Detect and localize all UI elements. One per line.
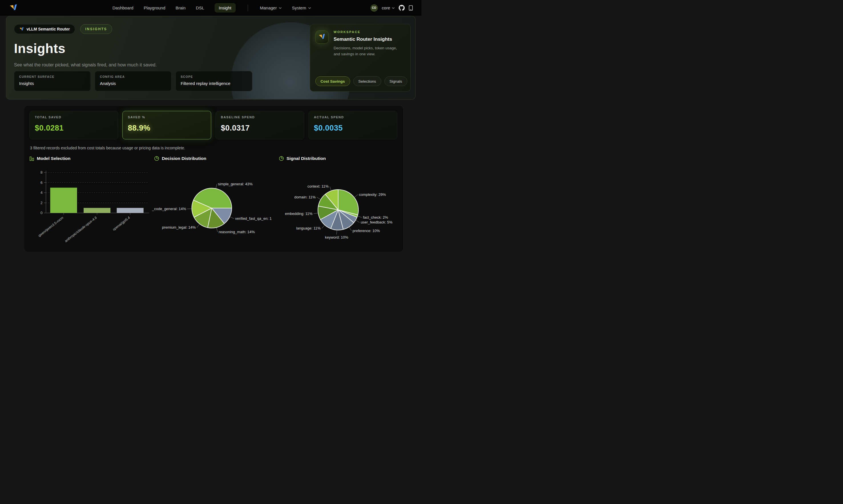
chevron-down-icon — [308, 7, 311, 9]
stat-card-baseline-spend: BASELINE SPEND $0.0317 — [216, 111, 304, 139]
svg-text:openai/gpt5.4: openai/gpt5.4 — [112, 216, 131, 232]
chart-header-model-selection: Model Selection — [29, 156, 70, 161]
chart-header-decision-distribution: Decision Distribution — [154, 156, 206, 161]
info-card-value: Filtered replay intelligence — [180, 81, 247, 86]
info-card-config-area: CONFIG AREA Analysis — [95, 71, 172, 91]
pie-label-premium_legal: premium_legal: 14% — [162, 225, 196, 230]
stat-cards: TOTAL SAVED $0.0281 SAVED % 88.9% BASELI… — [29, 111, 397, 139]
info-card-scope: SCOPE Filtered replay intelligence — [175, 71, 252, 91]
stat-card-actual-spend: ACTUAL SPEND $0.0035 — [309, 111, 397, 139]
nav-menu-manager-label: Manager — [260, 5, 277, 10]
github-icon[interactable] — [399, 5, 405, 11]
pie-label-language: language: 11% — [296, 226, 321, 230]
pie-label-context: context: 11% — [307, 184, 329, 188]
nav-menu-system-label: System — [292, 5, 306, 10]
pie-label-preference: preference: 10% — [353, 229, 380, 233]
info-card-label: SCOPE — [180, 75, 247, 78]
workspace-text: WORKSPACE Semantic Router Insights Decis… — [333, 30, 405, 57]
stat-label: ACTUAL SPEND — [314, 115, 392, 119]
svg-text:8: 8 — [40, 170, 42, 175]
model-selection-bar-chart[interactable]: 02468qwen/qwen3.5-rocmanthropic/claude-o… — [30, 164, 153, 252]
chart-title: Model Selection — [37, 156, 70, 161]
workspace-eyebrow: WORKSPACE — [333, 30, 405, 34]
pie-chart-icon — [279, 156, 284, 161]
nav-right-cluster: CO core — [371, 4, 413, 12]
bar-qwen/qwen3.5-rocm[interactable] — [50, 187, 77, 213]
nav-link-dashboard[interactable]: Dashboard — [113, 5, 133, 10]
bar-chart-icon — [29, 156, 34, 161]
workspace-logo-icon — [315, 31, 328, 43]
nav-divider — [248, 4, 248, 12]
nav-link-brain[interactable]: Brain — [175, 5, 186, 10]
top-nav: Dashboard Playground Brain DSL Insight M… — [0, 0, 422, 16]
stat-card-saved-pct: SAVED % 88.9% — [122, 111, 211, 139]
app-badge-label: vLLM Semantic Router — [27, 27, 70, 31]
pie-label-keyword: keyword: 10% — [325, 235, 348, 239]
stat-card-total-saved: TOTAL SAVED $0.0281 — [29, 111, 118, 139]
nav-links: Dashboard Playground Brain DSL Insight M… — [113, 3, 311, 13]
nav-link-dsl[interactable]: DSL — [196, 5, 204, 10]
insights-panel: TOTAL SAVED $0.0281 SAVED % 88.9% BASELI… — [24, 106, 403, 252]
svg-text:4: 4 — [40, 191, 42, 195]
pie-label-_code_general: _code_general: 14% — [152, 207, 186, 211]
svg-text:anthropic/claude-opus-4.6: anthropic/claude-opus-4.6 — [64, 216, 98, 243]
nav-menu-system[interactable]: System — [292, 5, 311, 10]
chart-title: Decision Distribution — [162, 156, 206, 161]
svg-text:qwen/qwen3.5-rocm: qwen/qwen3.5-rocm — [37, 216, 64, 238]
nav-menu-manager[interactable]: Manager — [260, 5, 282, 10]
info-card-label: CONFIG AREA — [100, 75, 166, 78]
account-switcher[interactable]: core — [382, 5, 395, 10]
nav-link-insight[interactable]: Insight — [214, 3, 236, 13]
account-avatar[interactable]: CO — [371, 4, 378, 12]
app-badge[interactable]: vLLM Semantic Router — [14, 24, 75, 34]
info-card-label: CURRENT SURFACE — [19, 75, 86, 78]
pie-label-reasoning_math: reasoning_math: 14% — [219, 230, 255, 234]
chart-title: Signal Distribution — [287, 156, 326, 161]
pie-label-user_feedback: user_feedback: 5% — [361, 220, 393, 224]
info-card-value: Analysis — [100, 81, 166, 86]
pie-label-simple_general: simple_general: 43% — [218, 182, 253, 186]
workspace-card: WORKSPACE Semantic Router Insights Decis… — [310, 24, 411, 91]
bar-anthropic/claude-opus-4.6[interactable] — [84, 208, 110, 213]
stat-label: BASELINE SPEND — [221, 115, 299, 119]
hero-section: vLLM Semantic Router INSIGHTS Insights S… — [6, 16, 415, 100]
svg-text:0: 0 — [40, 211, 42, 215]
stat-value: $0.0317 — [221, 124, 299, 132]
chart-header-signal-distribution: Signal Distribution — [279, 156, 326, 161]
info-card-value: Insights — [19, 81, 86, 86]
device-icon[interactable] — [409, 5, 413, 11]
workspace-title: Semantic Router Insights — [333, 36, 405, 42]
pill-signals[interactable]: Signals — [384, 76, 407, 86]
bar-openai/gpt5.4[interactable] — [117, 208, 143, 213]
svg-text:6: 6 — [40, 180, 42, 185]
workspace-description: Decisions, model picks, token usage, and… — [333, 45, 403, 57]
pie-label-embedding: embedding: 11% — [285, 212, 312, 216]
insights-tag-badge: INSIGHTS — [80, 24, 113, 34]
brand-logo-icon[interactable] — [8, 3, 18, 13]
pie-chart-icon — [154, 156, 159, 161]
pie-label-fact_check: fact_check: 2% — [363, 215, 389, 219]
filtered-records-note: 3 filtered records excluded from cost to… — [30, 146, 185, 150]
stat-value: $0.0281 — [35, 124, 113, 132]
hero-info-cards: CURRENT SURFACE Insights CONFIG AREA Ana… — [14, 71, 252, 91]
svg-text:2: 2 — [40, 201, 42, 205]
info-card-current-surface: CURRENT SURFACE Insights — [14, 71, 91, 91]
stat-label: SAVED % — [128, 115, 206, 119]
account-name-label: core — [382, 5, 390, 10]
stat-value: 88.9% — [128, 124, 206, 132]
nav-link-playground[interactable]: Playground — [143, 5, 165, 10]
hero-content: vLLM Semantic Router INSIGHTS Insights S… — [6, 16, 415, 99]
vllm-logo-icon — [19, 27, 24, 32]
stat-value: $0.0035 — [314, 124, 392, 132]
pie-label-domain: domain: 11% — [294, 195, 316, 199]
signal-distribution-pie-chart[interactable]: complexity: 29%fact_check: 2%user_feedba… — [278, 164, 403, 252]
pill-cost-savings[interactable]: Cost Savings — [315, 76, 350, 86]
stat-label: TOTAL SAVED — [35, 115, 113, 119]
pill-selections[interactable]: Selections — [353, 76, 381, 86]
pie-label-complexity: complexity: 29% — [359, 193, 386, 197]
chevron-down-icon — [392, 7, 395, 9]
chevron-down-icon — [279, 7, 282, 9]
decision-distribution-pie-chart[interactable]: verified_fast_qa_en: 14%reasoning_math: … — [152, 164, 272, 252]
workspace-pills: Cost Savings Selections Signals — [315, 76, 407, 86]
pie-label-verified_fast_qa_en: verified_fast_qa_en: 14% — [235, 216, 272, 221]
